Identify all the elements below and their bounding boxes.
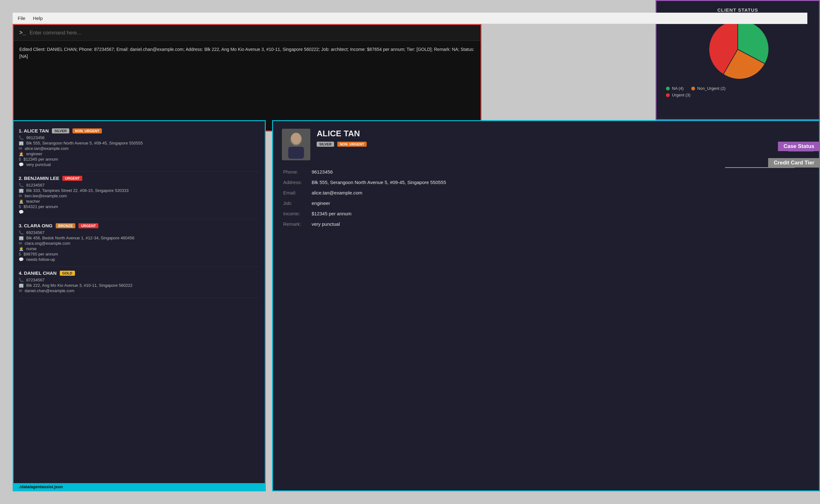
case-status-annotation: Case Status [778, 142, 820, 151]
phone-label: Phone: [282, 167, 310, 177]
avatar [282, 129, 310, 160]
email-icon: ✉ [19, 194, 22, 198]
client-1-income: $12345 per annum [23, 157, 58, 162]
clients-list-label: Clients' Contacts List [177, 120, 266, 120]
detail-address: Blk 555, Serangoon North Avenue 5, #09-4… [310, 177, 810, 187]
client-2-income: $54321 per annum [23, 204, 58, 209]
phone-icon: 📞 [19, 278, 24, 282]
client-4-address: Blk 222, Ang Mo Kio Avenue 3, #10-11, Si… [26, 283, 133, 288]
chart-title: CLIENT STATUS [663, 7, 813, 13]
client-1-address: Blk 555, Serangoon North Avenue 5, #09-4… [26, 141, 143, 145]
clients-list-inner[interactable]: 1. ALICE TAN SILVER NON_URGENT 📞96123456… [14, 121, 265, 481]
client-3-remark: needs follow-up [26, 257, 55, 262]
address-icon: 🏢 [19, 188, 24, 193]
command-input[interactable] [30, 30, 475, 36]
svg-rect-4 [288, 147, 304, 159]
legend-na: NA (4) [666, 86, 684, 91]
remark-icon: 💬 [19, 257, 24, 262]
legend-non-urgent: Non_Urgent (2) [691, 86, 726, 91]
avatar-image [285, 130, 307, 159]
address-label: Address: [282, 177, 310, 187]
menu-bar: File Help [13, 13, 807, 24]
job-icon: 🧑‍💼 [19, 151, 24, 156]
client-2-name: 2. BENJAMIN LEE [19, 175, 59, 181]
client-3-job: nurse [26, 246, 37, 251]
client-detail-name: ALICE TAN [317, 129, 810, 138]
client-info-table: Phone: 96123456 Address: Blk 555, Serang… [282, 167, 810, 229]
result-text: Edited Client: DANIEL CHAN; Phone: 87234… [19, 47, 474, 59]
credit-card-tier-annotation: Credit Card Tier [768, 158, 820, 168]
detail-email: alice.tan@example.com [310, 187, 810, 198]
client-2-status-badge: URGENT [62, 176, 82, 181]
email-icon: ✉ [19, 241, 22, 246]
job-label: Job: [282, 198, 310, 208]
client-detail-inner: ALICE TAN SILVER NON_URGENT Phone: 96123… [273, 121, 819, 237]
chart-legend: NA (4) Non_Urgent (2) Urgent (3) [663, 86, 813, 97]
detail-status-badge: NON_URGENT [337, 142, 367, 147]
client-2-phone: 81234567 [26, 183, 45, 187]
client-1-name: 1. ALICE TAN [19, 128, 49, 133]
legend-dot-urgent [666, 93, 670, 97]
email-icon: ✉ [19, 146, 22, 151]
list-item[interactable]: 3. CLARA ONG BRONZE URGENT 📞69234567 🏢Bl… [19, 219, 260, 267]
phone-icon: 📞 [19, 230, 24, 235]
client-1-remark: very punctual [26, 162, 51, 167]
detail-income: $12345 per annum [310, 208, 810, 219]
clients-footer: ./data/agentassist.json [14, 483, 265, 490]
email-label: Email: [282, 187, 310, 198]
command-input-row: >_ [14, 25, 481, 41]
case-status-label: Case Status [778, 142, 820, 151]
legend-dot-na [666, 87, 670, 90]
client-3-tier-badge: BRONZE [56, 223, 75, 228]
phone-icon: 📞 [19, 183, 24, 187]
detail-remark: very punctual [310, 219, 810, 229]
address-icon: 🏢 [19, 236, 24, 240]
job-icon: 🧑‍💼 [19, 246, 24, 251]
email-icon: ✉ [19, 288, 22, 293]
clients-list-section: Clients' Contacts List 1. ALICE TAN SILV… [13, 120, 266, 491]
client-4-phone: 87234567 [26, 278, 45, 282]
client-3-name: 3. CLARA ONG [19, 223, 52, 228]
client-1-status-badge: NON_URGENT [72, 128, 102, 133]
command-box-section: Command Box >_ Edited Client: DANIEL CHA… [13, 24, 482, 132]
client-2-job: teacher [26, 199, 40, 204]
address-icon: 🏢 [19, 141, 24, 145]
menu-file[interactable]: File [18, 15, 25, 21]
client-1-job: engineer [26, 151, 42, 156]
address-icon: 🏢 [19, 283, 24, 288]
job-icon: 🧑‍💼 [19, 199, 24, 204]
client-2-email: ben.lee@example.com [25, 194, 67, 198]
detail-tier-badge: SILVER [317, 142, 334, 147]
client-detail-header: ALICE TAN SILVER NON_URGENT [282, 129, 810, 160]
client-1-email: alice.tan@example.com [25, 146, 69, 151]
svg-point-5 [291, 133, 301, 144]
result-box: Edited Client: DANIEL CHAN; Phone: 87234… [14, 41, 481, 110]
phone-icon: 📞 [19, 135, 24, 140]
client-3-phone: 69234567 [26, 230, 45, 235]
detail-job: engineer [310, 198, 810, 208]
client-4-name: 4. DANIEL CHAN [19, 270, 57, 276]
income-icon: $ [19, 204, 21, 209]
legend-urgent: Urgent (3) [666, 93, 691, 97]
command-prompt: >_ [19, 29, 26, 36]
client-4-email: daniel.chan@example.com [25, 288, 74, 293]
legend-label-na: NA (4) [672, 86, 684, 91]
status-chart-label: Status Chart [767, 0, 820, 0]
credit-card-tier-label: Credit Card Tier [768, 158, 820, 168]
client-badges-row: SILVER NON_URGENT [317, 142, 810, 147]
detail-phone: 96123456 [310, 167, 810, 177]
list-item[interactable]: 1. ALICE TAN SILVER NON_URGENT 📞96123456… [19, 124, 260, 172]
list-item[interactable]: 2. BENJAMIN LEE URGENT 📞81234567 🏢Blk 33… [19, 172, 260, 219]
client-3-address: Blk 456, Bedok North Avenue 1, #12-34, S… [26, 236, 134, 240]
client-3-status-badge: URGENT [78, 223, 98, 228]
legend-label-urgent: Urgent (3) [672, 93, 691, 97]
income-icon: $ [19, 157, 21, 162]
remark-icon: 💬 [19, 162, 24, 167]
pie-chart [706, 18, 769, 81]
income-label: Income: [282, 208, 310, 219]
list-item[interactable]: 4. DANIEL CHAN GOLD 📞87234567 🏢Blk 222, … [19, 267, 260, 298]
menu-help[interactable]: Help [33, 15, 43, 21]
legend-label-non-urgent: Non_Urgent (2) [697, 86, 726, 91]
client-4-tier-badge: GOLD [60, 271, 75, 276]
client-1-phone: 96123456 [26, 135, 45, 140]
